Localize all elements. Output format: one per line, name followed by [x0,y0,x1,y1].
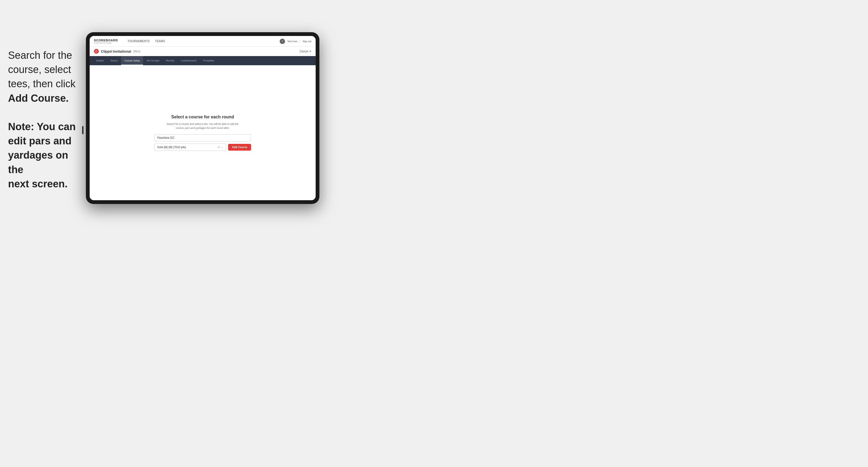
add-course-button[interactable]: Add Course [228,144,251,151]
tab-tee-groups[interactable]: Tee Groups [143,56,163,65]
user-name: Test User [287,40,298,43]
tablet-device: SCOREBOARD Powered by clippd TOURNAMENTS… [86,32,319,204]
cancel-icon: ✕ [309,50,311,53]
nav-tournaments[interactable]: TOURNAMENTS [127,40,150,43]
tee-select[interactable]: Gold (M) (M) (7010 yds) ✕ ⌄ [154,144,226,151]
chevron-icon[interactable]: ⌄ [221,146,223,149]
course-search-input[interactable] [154,134,251,142]
tee-select-row: Gold (M) (M) (7010 yds) ✕ ⌄ Add Course [154,144,251,151]
tab-printables[interactable]: Printables [200,56,218,65]
tee-select-value: Gold (M) (M) (7010 yds) [157,146,186,149]
nav-teams[interactable]: TEAMS [155,40,165,43]
tournament-tag: (Men) [133,50,141,53]
tab-results[interactable]: Results [163,56,178,65]
annotation-text: Search for the course, select tees, then… [8,48,83,191]
tab-course-setup[interactable]: Course Setup [121,56,143,65]
user-avatar: T [280,39,285,44]
tablet-screen: SCOREBOARD Powered by clippd TOURNAMENTS… [90,36,316,200]
main-nav: TOURNAMENTS TEAMS [127,40,165,43]
tab-details[interactable]: Details [93,56,107,65]
main-content: Select a course for each round Search fo… [90,65,316,200]
sign-out-link[interactable]: Sign out [303,40,311,43]
tournament-header: C Clippd Invitational (Men) Cancel ✕ [90,47,316,56]
clear-icon[interactable]: ✕ [218,146,220,149]
tab-leaderboards[interactable]: Leaderboards [178,56,200,65]
panel-title: Select a course for each round [154,115,251,119]
top-navigation: SCOREBOARD Powered by clippd TOURNAMENTS… [90,36,316,47]
tab-teams[interactable]: Teams [107,56,121,65]
tablet-side-button [82,126,84,134]
cancel-button[interactable]: Cancel ✕ [300,50,311,53]
tournament-name: Clippd Invitational [101,50,131,54]
tee-select-controls: ✕ ⌄ [218,146,223,149]
tournament-title: C Clippd Invitational (Men) [94,49,141,54]
user-area: T Test User | Sign out [280,39,311,44]
logo: SCOREBOARD Powered by clippd [94,39,118,44]
tab-bar: Details Teams Course Setup Tee Groups Re… [90,56,316,65]
panel-description: Search for a course and select a tee. Yo… [154,122,251,130]
tournament-icon: C [94,49,99,54]
course-setup-panel: Select a course for each round Search fo… [154,115,251,151]
